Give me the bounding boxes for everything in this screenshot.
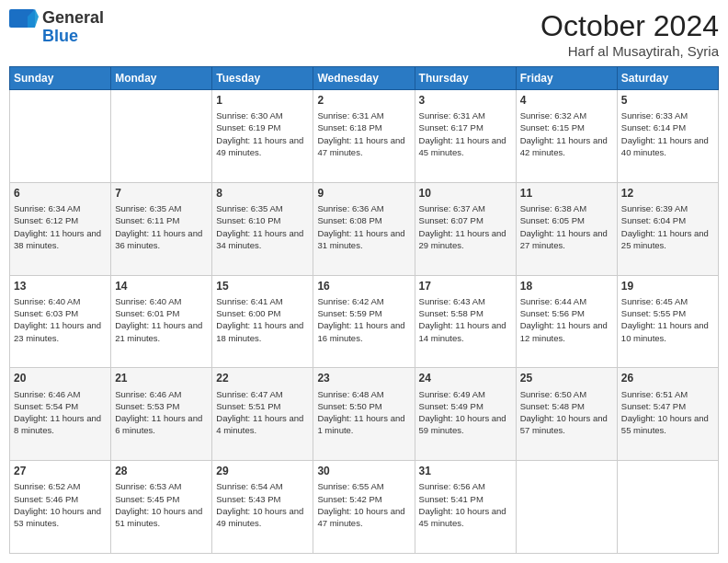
table-row: 7Sunrise: 6:35 AM Sunset: 6:11 PM Daylig… xyxy=(111,182,212,275)
day-number: 19 xyxy=(621,279,714,293)
day-info: Sunrise: 6:34 AM Sunset: 6:12 PM Dayligh… xyxy=(14,202,107,251)
title-area: October 2024 Harf al Musaytirah, Syria xyxy=(540,9,719,59)
table-row: 3Sunrise: 6:31 AM Sunset: 6:17 PM Daylig… xyxy=(415,90,516,183)
col-wednesday: Wednesday xyxy=(313,67,415,90)
table-row: 13Sunrise: 6:40 AM Sunset: 6:03 PM Dayli… xyxy=(10,275,111,368)
day-info: Sunrise: 6:42 AM Sunset: 5:59 PM Dayligh… xyxy=(317,295,410,344)
day-number: 22 xyxy=(216,371,309,385)
calendar-week-row: 27Sunrise: 6:52 AM Sunset: 5:46 PM Dayli… xyxy=(10,461,719,554)
day-info: Sunrise: 6:30 AM Sunset: 6:19 PM Dayligh… xyxy=(216,109,309,158)
table-row: 20Sunrise: 6:46 AM Sunset: 5:54 PM Dayli… xyxy=(10,368,111,461)
table-row xyxy=(111,90,212,183)
month-title: October 2024 xyxy=(540,9,719,43)
day-info: Sunrise: 6:44 AM Sunset: 5:56 PM Dayligh… xyxy=(520,295,613,344)
table-row: 8Sunrise: 6:35 AM Sunset: 6:10 PM Daylig… xyxy=(212,182,313,275)
calendar-week-row: 20Sunrise: 6:46 AM Sunset: 5:54 PM Dayli… xyxy=(10,368,719,461)
table-row: 25Sunrise: 6:50 AM Sunset: 5:48 PM Dayli… xyxy=(516,368,617,461)
day-number: 20 xyxy=(14,371,107,385)
day-number: 16 xyxy=(317,279,410,293)
day-info: Sunrise: 6:38 AM Sunset: 6:05 PM Dayligh… xyxy=(520,202,613,251)
col-sunday: Sunday xyxy=(10,67,111,90)
calendar-week-row: 1Sunrise: 6:30 AM Sunset: 6:19 PM Daylig… xyxy=(10,90,719,183)
day-number: 28 xyxy=(115,464,208,478)
day-info: Sunrise: 6:40 AM Sunset: 6:01 PM Dayligh… xyxy=(115,295,208,344)
day-number: 6 xyxy=(14,186,107,201)
day-number: 3 xyxy=(419,93,512,108)
logo-icon xyxy=(9,9,39,42)
table-row: 27Sunrise: 6:52 AM Sunset: 5:46 PM Dayli… xyxy=(10,461,111,554)
day-number: 27 xyxy=(14,464,107,478)
table-row xyxy=(516,461,617,554)
table-row: 14Sunrise: 6:40 AM Sunset: 6:01 PM Dayli… xyxy=(111,275,212,368)
table-row: 15Sunrise: 6:41 AM Sunset: 6:00 PM Dayli… xyxy=(212,275,313,368)
location-subtitle: Harf al Musaytirah, Syria xyxy=(540,43,719,59)
day-number: 17 xyxy=(419,279,512,293)
day-info: Sunrise: 6:40 AM Sunset: 6:03 PM Dayligh… xyxy=(14,295,107,344)
table-row: 24Sunrise: 6:49 AM Sunset: 5:49 PM Dayli… xyxy=(415,368,516,461)
day-number: 31 xyxy=(419,464,512,478)
table-row: 10Sunrise: 6:37 AM Sunset: 6:07 PM Dayli… xyxy=(415,182,516,275)
day-number: 29 xyxy=(216,464,309,478)
col-thursday: Thursday xyxy=(415,67,516,90)
logo-blue-text: Blue xyxy=(42,28,104,46)
table-row: 30Sunrise: 6:55 AM Sunset: 5:42 PM Dayli… xyxy=(313,461,415,554)
day-info: Sunrise: 6:46 AM Sunset: 5:54 PM Dayligh… xyxy=(14,388,107,437)
day-number: 11 xyxy=(520,186,613,201)
svg-marker-1 xyxy=(35,9,39,28)
col-monday: Monday xyxy=(111,67,212,90)
day-number: 8 xyxy=(216,186,309,201)
day-info: Sunrise: 6:35 AM Sunset: 6:11 PM Dayligh… xyxy=(115,202,208,251)
calendar-table: Sunday Monday Tuesday Wednesday Thursday… xyxy=(9,66,719,554)
table-row: 26Sunrise: 6:51 AM Sunset: 5:47 PM Dayli… xyxy=(617,368,718,461)
day-info: Sunrise: 6:51 AM Sunset: 5:47 PM Dayligh… xyxy=(621,388,714,437)
table-row: 12Sunrise: 6:39 AM Sunset: 6:04 PM Dayli… xyxy=(617,182,718,275)
table-row: 2Sunrise: 6:31 AM Sunset: 6:18 PM Daylig… xyxy=(313,90,415,183)
day-info: Sunrise: 6:41 AM Sunset: 6:00 PM Dayligh… xyxy=(216,295,309,344)
day-info: Sunrise: 6:31 AM Sunset: 6:17 PM Dayligh… xyxy=(419,109,512,158)
day-info: Sunrise: 6:36 AM Sunset: 6:08 PM Dayligh… xyxy=(317,202,410,251)
table-row: 6Sunrise: 6:34 AM Sunset: 6:12 PM Daylig… xyxy=(10,182,111,275)
day-number: 4 xyxy=(520,93,613,108)
day-number: 2 xyxy=(317,93,410,108)
day-info: Sunrise: 6:33 AM Sunset: 6:14 PM Dayligh… xyxy=(621,109,714,158)
day-number: 23 xyxy=(317,371,410,385)
day-number: 24 xyxy=(419,371,512,385)
day-info: Sunrise: 6:48 AM Sunset: 5:50 PM Dayligh… xyxy=(317,388,410,437)
table-row: 19Sunrise: 6:45 AM Sunset: 5:55 PM Dayli… xyxy=(617,275,718,368)
table-row: 4Sunrise: 6:32 AM Sunset: 6:15 PM Daylig… xyxy=(516,90,617,183)
table-row: 9Sunrise: 6:36 AM Sunset: 6:08 PM Daylig… xyxy=(313,182,415,275)
page-header: General Blue October 2024 Harf al Musayt… xyxy=(9,9,719,59)
day-info: Sunrise: 6:31 AM Sunset: 6:18 PM Dayligh… xyxy=(317,109,410,158)
calendar-week-row: 13Sunrise: 6:40 AM Sunset: 6:03 PM Dayli… xyxy=(10,275,719,368)
day-number: 26 xyxy=(621,371,714,385)
day-info: Sunrise: 6:50 AM Sunset: 5:48 PM Dayligh… xyxy=(520,388,613,437)
table-row: 31Sunrise: 6:56 AM Sunset: 5:41 PM Dayli… xyxy=(415,461,516,554)
day-info: Sunrise: 6:54 AM Sunset: 5:43 PM Dayligh… xyxy=(216,480,309,529)
table-row: 29Sunrise: 6:54 AM Sunset: 5:43 PM Dayli… xyxy=(212,461,313,554)
table-row: 11Sunrise: 6:38 AM Sunset: 6:05 PM Dayli… xyxy=(516,182,617,275)
day-number: 21 xyxy=(115,371,208,385)
day-number: 25 xyxy=(520,371,613,385)
table-row xyxy=(10,90,111,183)
day-number: 7 xyxy=(115,186,208,201)
table-row: 21Sunrise: 6:46 AM Sunset: 5:53 PM Dayli… xyxy=(111,368,212,461)
day-number: 12 xyxy=(621,186,714,201)
table-row xyxy=(617,461,718,554)
day-info: Sunrise: 6:37 AM Sunset: 6:07 PM Dayligh… xyxy=(419,202,512,251)
day-info: Sunrise: 6:52 AM Sunset: 5:46 PM Dayligh… xyxy=(14,480,107,529)
day-info: Sunrise: 6:45 AM Sunset: 5:55 PM Dayligh… xyxy=(621,295,714,344)
day-info: Sunrise: 6:43 AM Sunset: 5:58 PM Dayligh… xyxy=(419,295,512,344)
day-number: 14 xyxy=(115,279,208,293)
day-info: Sunrise: 6:55 AM Sunset: 5:42 PM Dayligh… xyxy=(317,480,410,529)
table-row: 17Sunrise: 6:43 AM Sunset: 5:58 PM Dayli… xyxy=(415,275,516,368)
day-number: 5 xyxy=(621,93,714,108)
day-info: Sunrise: 6:39 AM Sunset: 6:04 PM Dayligh… xyxy=(621,202,714,251)
day-number: 30 xyxy=(317,464,410,478)
day-number: 9 xyxy=(317,186,410,201)
table-row: 23Sunrise: 6:48 AM Sunset: 5:50 PM Dayli… xyxy=(313,368,415,461)
table-row: 16Sunrise: 6:42 AM Sunset: 5:59 PM Dayli… xyxy=(313,275,415,368)
col-saturday: Saturday xyxy=(617,67,718,90)
logo-general-text: General xyxy=(42,9,104,28)
logo: General Blue xyxy=(9,9,104,46)
table-row: 28Sunrise: 6:53 AM Sunset: 5:45 PM Dayli… xyxy=(111,461,212,554)
